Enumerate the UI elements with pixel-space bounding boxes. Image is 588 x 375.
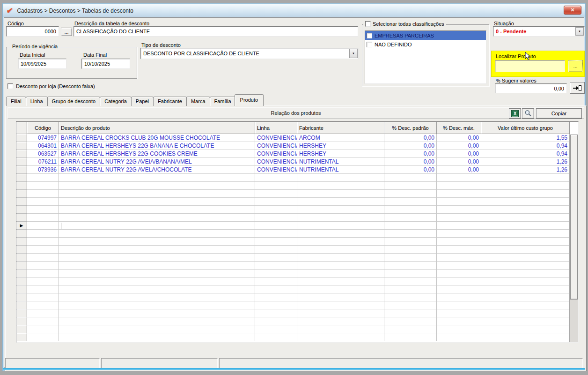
cell-codigo[interactable] [27, 285, 59, 293]
cell-codigo[interactable] [27, 301, 59, 309]
cell-descricao-do-produto[interactable]: BARRA CEREAL CROCKS CLUB 20G MOUSSE CHOC… [59, 134, 255, 142]
column-header-valor-ultimo-custo-grupo[interactable]: Valor último custo grupo [481, 122, 570, 134]
classificacao-item-empresas-parceiras[interactable]: EMPRESAS PARCEIRAS [365, 31, 486, 40]
tab-marca[interactable]: Marca [186, 97, 210, 106]
cell-descricao-do-produto[interactable]: BARRA CEREAL NUTRY 22G AVELA/CHOCOLATE [59, 166, 255, 174]
desconto-loja-checkbox-row[interactable]: Desconto por loja (Desconto faixa) [7, 83, 95, 89]
cell-codigo[interactable] [27, 262, 59, 270]
cell--desc-max[interactable] [437, 238, 481, 246]
cell-linha[interactable] [255, 222, 297, 230]
cell-codigo[interactable] [27, 182, 59, 190]
situacao-dropdown-icon[interactable]: ▼ [575, 27, 584, 36]
column-header--desc-padrao[interactable]: % Desc. padrão [384, 122, 437, 134]
cell-fabricante[interactable] [297, 270, 384, 278]
cell--desc-padrao[interactable] [384, 317, 437, 325]
cell-valor-ultimo-custo-grupo[interactable] [481, 230, 570, 238]
cell--desc-padrao[interactable] [384, 333, 437, 341]
cell--desc-max[interactable]: 0,00 [437, 158, 481, 166]
cell-fabricante[interactable] [297, 174, 384, 182]
cell-fabricante[interactable] [297, 206, 384, 214]
tab-grupo-de-desconto[interactable]: Grupo de desconto [47, 97, 101, 106]
cell-linha[interactable] [255, 333, 297, 341]
cell-fabricante[interactable]: HERSHEY [297, 142, 384, 150]
selecionar-todas-checkbox[interactable] [365, 21, 371, 27]
cell-valor-ultimo-custo-grupo[interactable] [481, 198, 570, 206]
cell--desc-max[interactable]: 0,00 [437, 134, 481, 142]
cell--desc-max[interactable]: 0,00 [437, 166, 481, 174]
cell-linha[interactable] [255, 238, 297, 246]
cell--desc-max[interactable] [437, 270, 481, 278]
column-header-codigo[interactable]: Código [27, 122, 59, 134]
column-header-fabricante[interactable]: Fabricante [297, 122, 384, 134]
cell-valor-ultimo-custo-grupo[interactable] [481, 293, 570, 301]
cell--desc-max[interactable] [437, 285, 481, 293]
cell-descricao-do-produto[interactable] [59, 190, 255, 198]
tipo-desconto-dropdown-icon[interactable]: ▼ [349, 49, 358, 58]
situacao-combobox[interactable]: 0 - Pendente ▼ [493, 26, 585, 37]
cell-fabricante[interactable]: NUTRIMENTAL [297, 158, 384, 166]
cell-linha[interactable] [255, 182, 297, 190]
cell--desc-padrao[interactable] [384, 325, 437, 333]
cell--desc-padrao[interactable]: 0,00 [384, 158, 437, 166]
cell--desc-max[interactable] [437, 262, 481, 270]
cell-valor-ultimo-custo-grupo[interactable] [481, 222, 570, 230]
cell-codigo[interactable] [27, 317, 59, 325]
cell-descricao-do-produto[interactable] [59, 309, 255, 317]
tab-fabricante[interactable]: Fabricante [153, 97, 187, 106]
cell-codigo[interactable] [27, 278, 59, 285]
cell--desc-padrao[interactable] [384, 309, 437, 317]
cell-valor-ultimo-custo-grupo[interactable] [481, 301, 570, 309]
cell-codigo[interactable] [27, 206, 59, 214]
cell-fabricante[interactable]: ARCOM [297, 134, 384, 142]
cell-descricao-do-produto[interactable] [59, 182, 255, 190]
cell--desc-padrao[interactable] [384, 190, 437, 198]
descricao-input[interactable]: CLASSIFICAÇÃO DO CLIENTE [74, 26, 358, 37]
cell--desc-padrao[interactable] [384, 206, 437, 214]
apply-sugerir-button[interactable] [570, 82, 585, 94]
data-inicial-input[interactable]: 10/09/2025 [18, 59, 66, 69]
cell--desc-padrao[interactable] [384, 214, 437, 222]
close-button[interactable]: ✕ [564, 6, 581, 15]
cell-valor-ultimo-custo-grupo[interactable]: 0,94 [481, 150, 570, 158]
cell--desc-padrao[interactable] [384, 246, 437, 254]
cell-descricao-do-produto[interactable] [59, 254, 255, 262]
cell-linha[interactable] [255, 309, 297, 317]
cell-valor-ultimo-custo-grupo[interactable]: 1,26 [481, 166, 570, 174]
cell-descricao-do-produto[interactable] [59, 214, 255, 222]
cell-valor-ultimo-custo-grupo[interactable] [481, 206, 570, 214]
cell--desc-padrao[interactable] [384, 278, 437, 285]
cell--desc-max[interactable] [437, 182, 481, 190]
cell--desc-max[interactable] [437, 198, 481, 206]
cell--desc-padrao[interactable]: 0,00 [384, 134, 437, 142]
cell-linha[interactable] [255, 214, 297, 222]
cell-linha[interactable] [255, 270, 297, 278]
cell--desc-padrao[interactable] [384, 301, 437, 309]
cell--desc-max[interactable]: 0,00 [437, 142, 481, 150]
cell-descricao-do-produto[interactable] [59, 238, 255, 246]
cell-descricao-do-produto[interactable]: BARRA CEREAL HERSHEYS 22G BANANA E CHOCO… [59, 142, 255, 150]
cell-fabricante[interactable] [297, 254, 384, 262]
cell-linha[interactable] [255, 206, 297, 214]
cell-descricao-do-produto[interactable] [59, 301, 255, 309]
cell-fabricante[interactable] [297, 222, 384, 230]
cell-descricao-do-produto[interactable] [59, 333, 255, 341]
cell-valor-ultimo-custo-grupo[interactable] [481, 190, 570, 198]
classificacoes-listbox[interactable]: EMPRESAS PARCEIRASNAO DEFINIDO [365, 30, 486, 84]
cell-codigo[interactable] [27, 270, 59, 278]
cell-descricao-do-produto[interactable] [59, 246, 255, 254]
cell--desc-padrao[interactable] [384, 222, 437, 230]
cell-descricao-do-produto[interactable] [59, 325, 255, 333]
cell-valor-ultimo-custo-grupo[interactable] [481, 333, 570, 341]
cell-codigo[interactable] [27, 254, 59, 262]
cell-valor-ultimo-custo-grupo[interactable] [481, 309, 570, 317]
column-header-linha[interactable]: Linha [255, 122, 297, 134]
cell-linha[interactable] [255, 190, 297, 198]
cell-linha[interactable] [255, 262, 297, 270]
cell-linha[interactable] [255, 301, 297, 309]
cell-valor-ultimo-custo-grupo[interactable] [481, 174, 570, 182]
cell--desc-padrao[interactable]: 0,00 [384, 142, 437, 150]
cell-codigo[interactable] [27, 198, 59, 206]
cell-fabricante[interactable] [297, 278, 384, 285]
localizar-produto-browse-button[interactable]: ... [568, 60, 583, 72]
tab-categoria[interactable]: Categoria [100, 97, 132, 106]
